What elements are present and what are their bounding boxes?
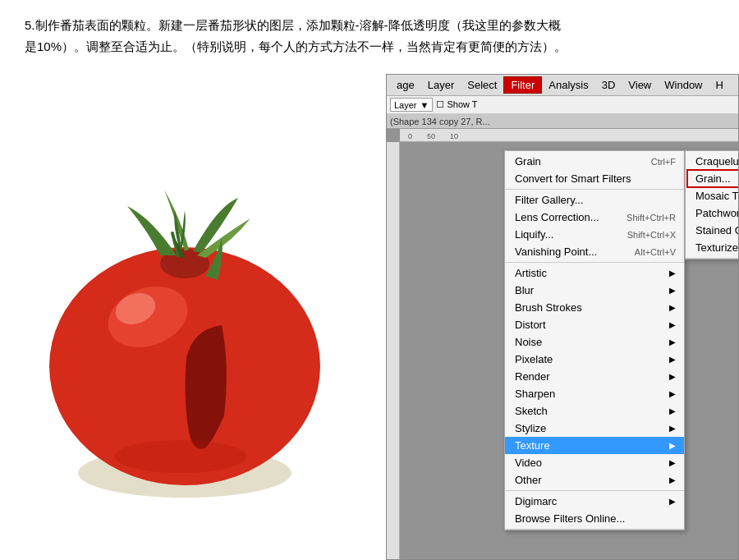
filter-menu-mid-section: Filter Gallery... Lens Correction... Shi… xyxy=(505,190,684,263)
filter-render-item[interactable]: Render ▶ xyxy=(505,368,684,385)
filter-brush-item[interactable]: Brush Strokes ▶ xyxy=(505,299,684,316)
menu-item-3d[interactable]: 3D xyxy=(595,77,622,93)
menu-item-age[interactable]: age xyxy=(390,77,421,93)
menu-item-h[interactable]: H xyxy=(709,77,730,93)
filter-artistic-item[interactable]: Artistic ▶ xyxy=(505,264,684,282)
filter-sharpen-item[interactable]: Sharpen ▶ xyxy=(505,385,684,402)
show-checkbox[interactable]: ☐ Show T xyxy=(436,99,477,110)
menu-item-layer[interactable]: Layer xyxy=(421,77,461,93)
menu-item-analysis[interactable]: Analysis xyxy=(542,77,594,93)
filter-dropdown-menu: Grain Ctrl+F Convert for Smart Filters F… xyxy=(504,150,685,530)
menu-bar: age Layer Select Filter Analysis 3D View… xyxy=(387,75,738,96)
texture-mosaic-item[interactable]: Mosaic Tiles... xyxy=(686,187,738,204)
toolbar-row: Layer ▼ ☐ Show T xyxy=(387,96,738,114)
filter-grain-item[interactable]: Grain Ctrl+F xyxy=(505,153,684,170)
ps-window: age Layer Select Filter Analysis 3D View… xyxy=(386,74,739,560)
filter-video-item[interactable]: Video ▶ xyxy=(505,454,684,471)
ruler-horizontal: 0 50 10 xyxy=(400,129,738,142)
filter-menu-sub-section: Artistic ▶ Blur ▶ Brush Strokes ▶ Distor… xyxy=(505,263,684,491)
canvas-area: 0 50 10 Grain Ctrl+F Convert for Smart F… xyxy=(387,129,738,559)
layer-info-bar: (Shape 134 copy 27, R... xyxy=(387,114,738,129)
texture-stainedglass-item[interactable]: Stained Glass... xyxy=(686,222,738,239)
menu-item-window[interactable]: Window xyxy=(658,77,709,93)
filter-liquify-item[interactable]: Liquify... Shift+Ctrl+X xyxy=(505,226,684,243)
texture-texturizer-item[interactable]: Texturizer... xyxy=(686,239,738,256)
tomato-illustration xyxy=(0,74,386,560)
filter-vanishing-item[interactable]: Vanishing Point... Alt+Ctrl+V xyxy=(505,243,684,260)
filter-convert-item[interactable]: Convert for Smart Filters xyxy=(505,170,684,187)
filter-other-item[interactable]: Other ▶ xyxy=(505,471,684,489)
filter-digimarc-item[interactable]: Digimarc ▶ xyxy=(505,493,684,510)
texture-submenu-section: Craquelure... Grain... Mosaic Tiles... P… xyxy=(686,151,738,259)
filter-texture-item[interactable]: Texture ▶ xyxy=(505,437,684,454)
filter-stylize-item[interactable]: Stylize ▶ xyxy=(505,420,684,437)
menu-item-filter[interactable]: Filter xyxy=(503,76,542,94)
texture-craquelure-item[interactable]: Craquelure... xyxy=(686,153,738,170)
texture-submenu: Craquelure... Grain... Mosaic Tiles... P… xyxy=(685,150,738,259)
texture-grain-item[interactable]: Grain... xyxy=(686,170,738,187)
filter-browse-item[interactable]: Browse Filters Online... xyxy=(505,510,684,527)
filter-sketch-item[interactable]: Sketch ▶ xyxy=(505,402,684,420)
filter-blur-item[interactable]: Blur ▶ xyxy=(505,282,684,299)
texture-patchwork-item[interactable]: Patchwork... xyxy=(686,204,738,222)
filter-pixelate-item[interactable]: Pixelate ▶ xyxy=(505,351,684,368)
filter-lens-item[interactable]: Lens Correction... Shift+Ctrl+R xyxy=(505,209,684,226)
layer-select[interactable]: Layer ▼ xyxy=(390,98,433,112)
filter-noise-item[interactable]: Noise ▶ xyxy=(505,333,684,351)
filter-distort-item[interactable]: Distort ▶ xyxy=(505,316,684,333)
filter-gallery-item[interactable]: Filter Gallery... xyxy=(505,191,684,209)
filter-menu-top-section: Grain Ctrl+F Convert for Smart Filters xyxy=(505,151,684,190)
menu-item-view[interactable]: View xyxy=(622,77,658,93)
filter-menu-bottom-section: Digimarc ▶ Browse Filters Online... xyxy=(505,491,684,530)
description-text: 5.制作番茄表面的颗粒。新建一层番茄形状的图层，添加颗粒-溶解-降低透明度（我这… xyxy=(25,15,714,57)
svg-point-5 xyxy=(115,440,246,473)
ruler-vertical xyxy=(387,142,400,559)
menu-item-select[interactable]: Select xyxy=(461,77,503,93)
